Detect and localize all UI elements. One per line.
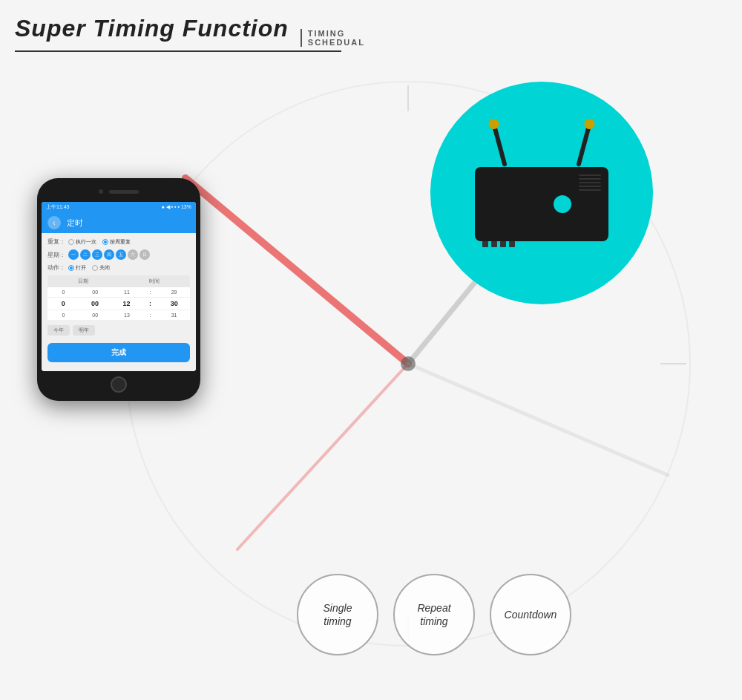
- action-row: 动作： 打开 关闭: [47, 264, 190, 272]
- table-row[interactable]: 0 00 13 : 31: [47, 310, 190, 321]
- vent-4: [579, 186, 601, 187]
- status-bar: 上午11:43 ● ◀ ▪ ▪ ▪ 13%: [42, 202, 196, 212]
- nav-buttons: 今年 明年: [47, 322, 190, 338]
- repeat-options: 执行一次 按周重复: [68, 238, 131, 246]
- repeat-weekly-option[interactable]: 按周重复: [102, 238, 131, 246]
- repeat-once-radio[interactable]: [68, 239, 74, 245]
- phone-camera: [99, 189, 103, 194]
- nav-bar: ‹ 定时: [42, 212, 196, 233]
- port-4: [509, 241, 515, 247]
- router-container: [416, 67, 668, 319]
- this-year-btn[interactable]: 今年: [47, 325, 70, 336]
- day-sun[interactable]: 日: [139, 249, 150, 260]
- action-off-option[interactable]: 关闭: [92, 264, 110, 272]
- header-subtitle: TIMING SCHEDUAL: [301, 29, 365, 47]
- repeat-once-option[interactable]: 执行一次: [68, 238, 96, 246]
- header: Super Timing Function TIMING SCHEDUAL: [15, 15, 365, 47]
- vent-3: [579, 182, 601, 183]
- svg-line-5: [186, 178, 408, 364]
- repeat-row: 重复： 执行一次 按周重复: [47, 238, 190, 246]
- feature-single-timing: Singletiming: [297, 574, 378, 655]
- vent-5: [579, 189, 601, 191]
- day-dots: 一 二 三 四 五 六 日: [68, 249, 150, 260]
- table-row[interactable]: 0 00 11 : 29: [47, 287, 190, 298]
- antenna-top-left: [487, 117, 500, 130]
- port-2: [491, 241, 497, 247]
- header-divider: [15, 50, 341, 52]
- feature-repeat-timing-label: Repeattiming: [417, 601, 450, 628]
- router-logo: [554, 195, 571, 213]
- screen-content: 重复： 执行一次 按周重复 星期：: [42, 233, 196, 371]
- port-1: [482, 241, 488, 247]
- antenna-top-right: [583, 117, 596, 130]
- done-button[interactable]: 完成: [47, 343, 190, 362]
- svg-point-9: [401, 356, 416, 371]
- next-year-btn[interactable]: 明年: [73, 325, 95, 336]
- vent-1: [579, 174, 601, 176]
- phone-speaker: [109, 190, 139, 194]
- table-row-selected[interactable]: 0 00 12 : 30: [47, 298, 190, 310]
- feature-single-timing-label: Singletiming: [324, 601, 352, 628]
- port-3: [500, 241, 506, 247]
- home-button[interactable]: [111, 376, 127, 393]
- action-options: 打开 关闭: [68, 264, 110, 272]
- svg-line-8: [408, 364, 668, 475]
- router-vents: [579, 174, 601, 191]
- repeat-weekly-radio[interactable]: [102, 239, 108, 245]
- phone-top: [42, 184, 196, 199]
- day-fri[interactable]: 五: [116, 249, 126, 260]
- weekday-row: 星期： 一 二 三 四 五 六 日: [47, 249, 190, 260]
- action-on-radio[interactable]: [68, 265, 74, 271]
- phone-screen: 上午11:43 ● ◀ ▪ ▪ ▪ 13% ‹ 定时 重复： 执行: [42, 202, 196, 371]
- day-mon[interactable]: 一: [68, 249, 79, 260]
- antenna-left: [491, 122, 507, 167]
- action-off-radio[interactable]: [92, 265, 98, 271]
- features-container: Singletiming Repeattiming Countdown: [297, 574, 571, 655]
- antenna-right: [576, 122, 591, 167]
- router-ports: [482, 241, 515, 247]
- feature-repeat-timing: Repeattiming: [393, 574, 475, 655]
- back-button[interactable]: ‹: [47, 216, 61, 229]
- vent-2: [579, 178, 601, 180]
- router-circle: [430, 82, 653, 304]
- day-sat[interactable]: 六: [128, 249, 138, 260]
- day-tue[interactable]: 二: [80, 249, 91, 260]
- phone-bottom: [42, 374, 196, 395]
- feature-countdown: Countdown: [490, 574, 571, 655]
- schedule-table: 日期 时间 0 00 11 : 29 0 00 12 :: [47, 275, 190, 321]
- phone-mockup: 上午11:43 ● ◀ ▪ ▪ ▪ 13% ‹ 定时 重复： 执行: [37, 178, 215, 401]
- page-title: Super Timing Function: [15, 15, 289, 42]
- day-wed[interactable]: 三: [92, 249, 102, 260]
- feature-countdown-label: Countdown: [505, 608, 557, 621]
- action-on-option[interactable]: 打开: [68, 264, 86, 272]
- svg-point-10: [561, 205, 564, 208]
- table-header: 日期 时间: [47, 275, 190, 287]
- phone-outer: 上午11:43 ● ◀ ▪ ▪ ▪ 13% ‹ 定时 重复： 执行: [37, 178, 200, 401]
- day-thu[interactable]: 四: [104, 249, 114, 260]
- svg-line-7: [237, 364, 408, 549]
- router-device: [475, 167, 608, 241]
